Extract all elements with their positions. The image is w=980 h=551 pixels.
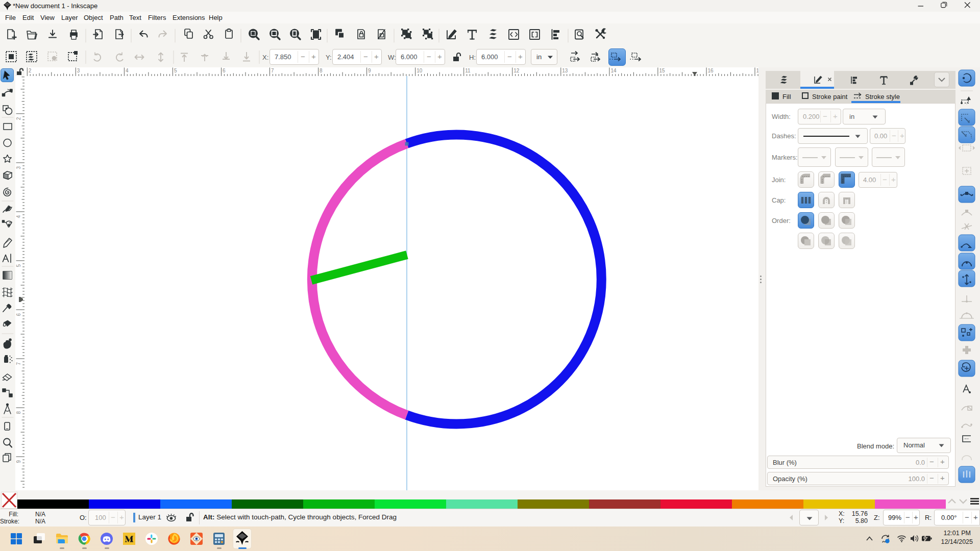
svg-text:16: 16	[708, 68, 714, 73]
svg-text:9: 9	[16, 460, 21, 463]
svg-text:12: 12	[513, 68, 520, 73]
svg-text:8: 8	[320, 68, 323, 73]
svg-text:9: 9	[368, 68, 371, 73]
svg-text:3: 3	[16, 166, 21, 169]
svg-text:7: 7	[16, 362, 21, 365]
svg-text:3: 3	[77, 68, 80, 73]
svg-text:4: 4	[126, 68, 129, 73]
svg-text:6: 6	[223, 68, 226, 73]
svg-text:2: 2	[16, 117, 21, 120]
svg-text:10: 10	[416, 68, 423, 73]
svg-text:6: 6	[16, 313, 21, 316]
svg-text:5: 5	[16, 264, 21, 267]
svg-text:15: 15	[659, 68, 665, 73]
svg-text:4: 4	[16, 215, 21, 218]
svg-text:13: 13	[562, 68, 568, 73]
svg-text:5: 5	[174, 68, 177, 73]
svg-text:11: 11	[465, 68, 471, 73]
svg-text:2: 2	[29, 68, 32, 73]
svg-text:8: 8	[16, 411, 21, 414]
svg-text:7: 7	[271, 68, 274, 73]
svg-text:14: 14	[610, 68, 617, 73]
